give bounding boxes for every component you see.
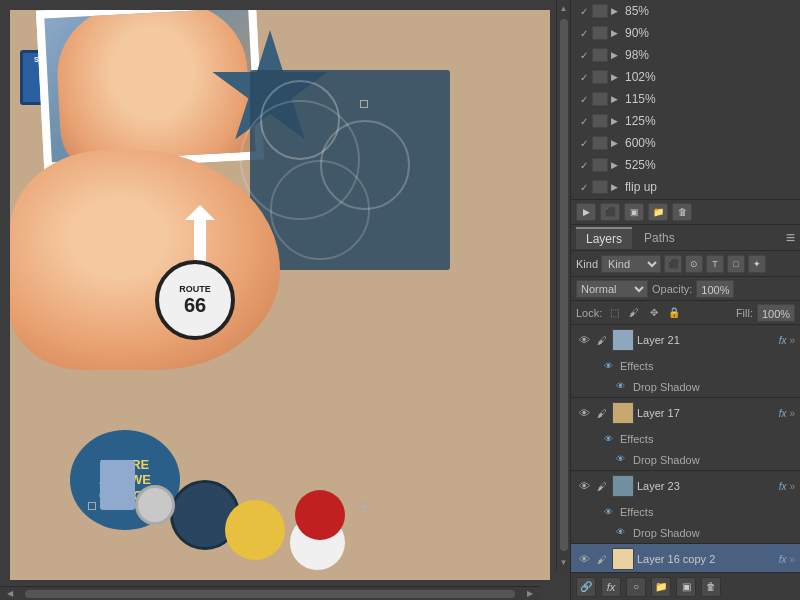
toolbar-btn-2[interactable]: ⬛ (600, 203, 620, 221)
layer-eye-21[interactable]: 👁 (576, 332, 592, 348)
route66-sign: ROUTE 66 (150, 260, 240, 360)
filter-adjust-btn[interactable]: ⊙ (685, 255, 703, 273)
checkbox-600[interactable] (592, 136, 608, 150)
percent-item-125[interactable]: ✓ ▶ 125% (571, 110, 800, 132)
layer-row-16copy2[interactable]: 👁 🖌 Layer 16 copy 2 fx » (571, 544, 800, 572)
filter-smart-btn[interactable]: ✦ (748, 255, 766, 273)
lock-move-icon[interactable]: ✥ (646, 305, 662, 321)
percent-item-102[interactable]: ✓ ▶ 102% (571, 66, 800, 88)
expand-102: ▶ (611, 72, 625, 82)
toolbar-btn-1[interactable]: ▶ (576, 203, 596, 221)
sub-item-eye-21[interactable]: 👁 (616, 381, 628, 393)
blend-mode-select[interactable]: Normal (576, 280, 648, 298)
tab-layers[interactable]: Layers (576, 227, 632, 249)
layer-item-23: 👁 🖌 Layer 23 fx » 👁 Effects 👁 Drop Shado… (571, 471, 800, 544)
layer-eye-16copy2[interactable]: 👁 (576, 551, 592, 567)
layers-list: 👁 🖌 Layer 21 fx » 👁 Effects 👁 Drop Shado… (571, 325, 800, 572)
toolbar-btn-5[interactable]: 🗑 (672, 203, 692, 221)
layer-row-21[interactable]: 👁 🖌 Layer 21 fx » (571, 325, 800, 355)
layer-sub-drop-23: 👁 Drop Shadow (571, 523, 800, 543)
bottom-btn-link[interactable]: 🔗 (576, 577, 596, 597)
layer-name-23: Layer 23 (637, 480, 776, 492)
scroll-up-arrow[interactable]: ▲ (557, 0, 571, 16)
scroll-left-arrow[interactable]: ◀ (0, 587, 20, 601)
sub-label-effects-17: Effects (620, 433, 653, 445)
layer-name-16copy2: Layer 16 copy 2 (637, 553, 776, 565)
checkbox-125[interactable] (592, 114, 608, 128)
blend-bar: Normal Opacity: 100% (571, 277, 800, 301)
check-125: ✓ (576, 116, 592, 127)
sub-eye-17[interactable]: 👁 (601, 432, 615, 446)
checkbox-525[interactable] (592, 158, 608, 172)
checkbox-85[interactable] (592, 4, 608, 18)
layer-fx-16copy2: fx (779, 554, 787, 565)
checkbox-98[interactable] (592, 48, 608, 62)
bottom-btn-fx[interactable]: fx (601, 577, 621, 597)
percent-item-90[interactable]: ✓ ▶ 90% (571, 22, 800, 44)
selection-handle-br (88, 502, 96, 510)
checkbox-flipup[interactable] (592, 180, 608, 194)
vertical-scrollbar[interactable]: ▲ ▼ (556, 0, 570, 570)
filter-kind-select[interactable]: Kind (601, 255, 661, 273)
panel-menu-button[interactable]: ≡ (786, 229, 795, 247)
toolbar-btn-4[interactable]: 📁 (648, 203, 668, 221)
sub-eye-21[interactable]: 👁 (601, 359, 615, 373)
sub-label-effects-23: Effects (620, 506, 653, 518)
horizontal-scrollbar[interactable]: ◀ ▶ (0, 586, 540, 600)
flower4 (295, 490, 345, 540)
expand-115: ▶ (611, 94, 625, 104)
checkbox-115[interactable] (592, 92, 608, 106)
sub-item-eye-17[interactable]: 👁 (616, 454, 628, 466)
percent-item-525[interactable]: ✓ ▶ 525% (571, 154, 800, 176)
layers-header: Layers Paths ≡ (571, 225, 800, 251)
lock-brush-icon[interactable]: 🖌 (626, 305, 642, 321)
lock-bar: Lock: ⬚ 🖌 ✥ 🔒 Fill: 100% (571, 301, 800, 325)
expand-125: ▶ (611, 116, 625, 126)
layer-item-17: 👁 🖌 Layer 17 fx » 👁 Effects 👁 Drop Shado… (571, 398, 800, 471)
percent-item-85[interactable]: ✓ ▶ 85% (571, 0, 800, 22)
layer-name-17: Layer 17 (637, 407, 776, 419)
layer-fx-21: fx (779, 335, 787, 346)
flower2 (225, 500, 285, 560)
expand-flipup: ▶ (611, 182, 625, 192)
layer-eye-17[interactable]: 👁 (576, 405, 592, 421)
bottom-btn-new-layer[interactable]: ▣ (676, 577, 696, 597)
layer-row-23[interactable]: 👁 🖌 Layer 23 fx » (571, 471, 800, 501)
layer-eye-23[interactable]: 👁 (576, 478, 592, 494)
opacity-value[interactable]: 100% (696, 280, 734, 298)
sub-item-eye-23[interactable]: 👁 (616, 527, 628, 539)
scroll-down-arrow[interactable]: ▼ (557, 554, 571, 570)
percent-item-600[interactable]: ✓ ▶ 600% (571, 132, 800, 154)
stripe-dec (100, 460, 135, 510)
fill-value[interactable]: 100% (757, 304, 795, 322)
filter-shape-btn[interactable]: □ (727, 255, 745, 273)
canvas-image: STATE 5 ROUTE 66 (10, 10, 550, 580)
sub-eye-23[interactable]: 👁 (601, 505, 615, 519)
bottom-btn-new-group[interactable]: 📁 (651, 577, 671, 597)
checkbox-102[interactable] (592, 70, 608, 84)
expand-525: ▶ (611, 160, 625, 170)
filter-text-btn[interactable]: T (706, 255, 724, 273)
scroll-thumb-h[interactable] (25, 590, 515, 598)
percent-item-115[interactable]: ✓ ▶ 115% (571, 88, 800, 110)
lock-transparent-icon[interactable]: ⬚ (606, 305, 622, 321)
canvas-area: STATE 5 ROUTE 66 (0, 0, 570, 600)
percent-label-102: 102% (625, 70, 795, 84)
filter-pixel-btn[interactable]: ⬛ (664, 255, 682, 273)
layers-bottom: 🔗 fx ○ 📁 ▣ 🗑 (571, 572, 800, 600)
lock-all-icon[interactable]: 🔒 (666, 305, 682, 321)
bottom-btn-trash[interactable]: 🗑 (701, 577, 721, 597)
percent-label-600: 600% (625, 136, 795, 150)
checkbox-90[interactable] (592, 26, 608, 40)
percent-item-flipup[interactable]: ✓ ▶ flip up (571, 176, 800, 198)
percent-item-98[interactable]: ✓ ▶ 98% (571, 44, 800, 66)
tab-paths[interactable]: Paths (634, 228, 685, 248)
layer-row-17[interactable]: 👁 🖌 Layer 17 fx » (571, 398, 800, 428)
layer-sub-effects-21: 👁 Effects (571, 355, 800, 377)
sub-item-label-23: Drop Shadow (633, 527, 700, 539)
scroll-thumb-v[interactable] (560, 19, 568, 551)
scroll-right-arrow[interactable]: ▶ (520, 587, 540, 601)
sub-item-label-21: Drop Shadow (633, 381, 700, 393)
bottom-btn-mask[interactable]: ○ (626, 577, 646, 597)
toolbar-btn-3[interactable]: ▣ (624, 203, 644, 221)
